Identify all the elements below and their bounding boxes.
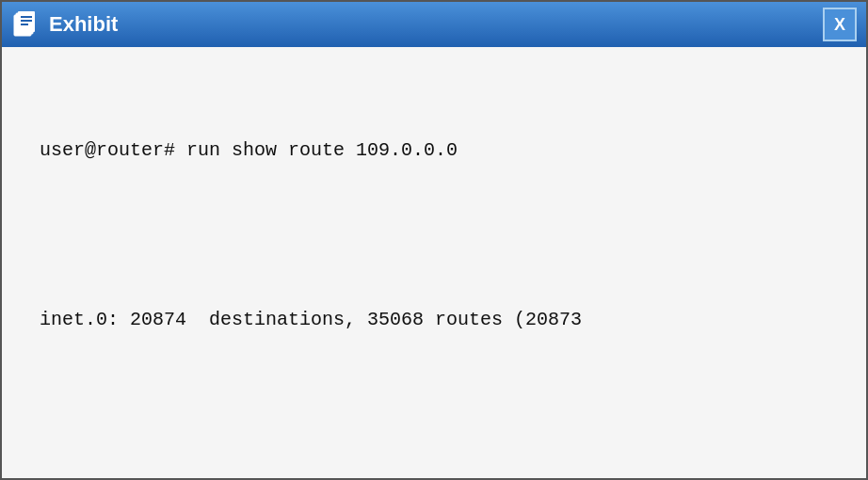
terminal-line-2: inet.0: 20874 destinations, 35068 routes… — [40, 305, 828, 335]
window-title: Exhibit — [49, 12, 118, 37]
terminal-line-3: active, 0 holddown, 1 hidden) — [40, 474, 828, 478]
spacer-1 — [40, 230, 828, 245]
title-bar: Exhibit X — [2, 2, 866, 47]
exhibit-window: Exhibit X user@router# run show route 10… — [0, 0, 868, 480]
spacer-2 — [40, 399, 828, 414]
terminal-line-1: user@router# run show route 109.0.0.0 — [40, 136, 828, 166]
terminal-content: user@router# run show route 109.0.0.0 in… — [2, 47, 866, 478]
title-bar-left: Exhibit — [11, 10, 118, 39]
close-button[interactable]: X — [823, 8, 857, 41]
exhibit-icon — [11, 10, 40, 39]
terminal-output: user@router# run show route 109.0.0.0 in… — [40, 75, 828, 478]
